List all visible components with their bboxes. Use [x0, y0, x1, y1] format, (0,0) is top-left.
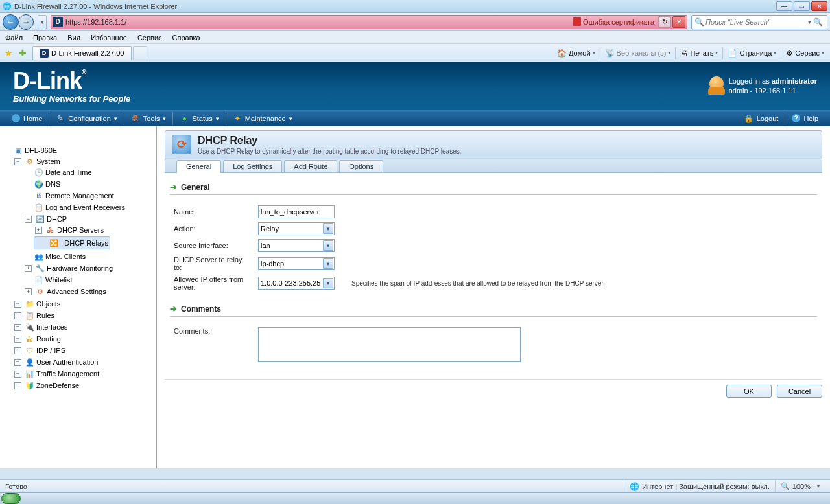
tree-objects[interactable]: +📁Objects — [13, 299, 156, 309]
search-go-icon[interactable]: 🔍 — [813, 17, 822, 27]
interfaces-icon: 🔌 — [25, 323, 34, 332]
tree-root[interactable]: ▣DFL-860E — [3, 145, 156, 155]
collapse-icon[interactable]: − — [14, 158, 21, 165]
ie-feeds-button[interactable]: 📡Веб-каналы (J)▾ — [602, 46, 674, 60]
menu-home[interactable]: Home — [5, 111, 49, 126]
tree-dns[interactable]: 🌍DNS — [23, 179, 156, 189]
tab-log-settings[interactable]: Log Settings — [223, 160, 282, 172]
menu-favorites[interactable]: Избранное — [91, 34, 127, 41]
ie-page-button[interactable]: 📄Страница▾ — [724, 46, 779, 60]
tree-idp[interactable]: +🛡IDP / IPS — [13, 345, 156, 356]
textarea-comments[interactable] — [258, 327, 521, 362]
forward-button[interactable]: → — [18, 14, 34, 30]
expand-icon[interactable]: + — [14, 324, 21, 331]
tree-dhcp-servers[interactable]: +🖧DHCP Servers — [34, 225, 156, 235]
maximize-button[interactable]: ▭ — [794, 1, 810, 11]
browser-tab[interactable]: D D-Link Firewall 2.27.00 — [32, 46, 132, 60]
tree-remote-mgmt[interactable]: 🖥Remote Management — [23, 190, 156, 201]
recent-pages-dropdown[interactable]: ▾ — [38, 15, 47, 29]
tree-zonedefense[interactable]: +🔰ZoneDefense — [13, 380, 156, 391]
server-icon: 🖧 — [45, 225, 55, 235]
expand-icon[interactable]: + — [14, 382, 21, 389]
expand-icon[interactable]: + — [14, 359, 21, 366]
tree-traffic-mgmt[interactable]: +📊Traffic Management — [13, 369, 156, 379]
add-favorite-icon[interactable]: ✚ — [17, 47, 29, 59]
ok-button[interactable]: OK — [726, 385, 772, 398]
sidebar: ▣DFL-860E −⚙System 🕒Date and Time 🌍DNS 🖥… — [0, 126, 157, 468]
close-button[interactable]: ✕ — [811, 1, 827, 11]
expand-icon[interactable]: + — [25, 288, 32, 295]
tree-dhcp-relays[interactable]: 🔀DHCP Relays — [34, 236, 110, 249]
page-header: DHCP Relay Use a DHCP Relay to dynamical… — [165, 130, 822, 159]
certificate-error[interactable]: Ошибка сертификата — [569, 17, 658, 26]
dhcp-icon: 🔄 — [35, 214, 45, 223]
tree-rules[interactable]: +📋Rules — [13, 310, 156, 321]
tab-general[interactable]: General — [176, 160, 221, 173]
select-source-interface[interactable]: lan▼ — [258, 239, 335, 252]
tree-interfaces[interactable]: +🔌Interfaces — [13, 322, 156, 332]
routing-icon: 🛣 — [25, 334, 34, 343]
ie-print-button[interactable]: 🖨Печать▾ — [677, 46, 721, 60]
globe-icon: 🌍 — [34, 179, 43, 189]
tab-add-route[interactable]: Add Route — [284, 160, 337, 172]
page-description: Use a DHCP Relay to dynamically alter th… — [198, 148, 815, 155]
tree-routing[interactable]: +🛣Routing — [13, 334, 156, 344]
ie-tools-button[interactable]: ⚙Сервис▾ — [783, 46, 827, 60]
section-comments: ➔Comments Comments: — [165, 304, 822, 367]
menu-view[interactable]: Вид — [67, 34, 80, 41]
refresh-button[interactable]: ↻ — [658, 16, 671, 28]
expand-icon[interactable]: + — [14, 312, 21, 319]
tree-advanced[interactable]: +⚙Advanced Settings — [23, 286, 156, 297]
menu-tools[interactable]: 🛠Tools▾ — [124, 111, 173, 126]
tree-dhcp[interactable]: −🔄DHCP — [23, 214, 156, 224]
select-allowed-ip[interactable]: 1.0.0.0-223.255.25▼ — [258, 277, 335, 290]
search-bar[interactable]: 🔍 ▾ 🔍 — [691, 15, 827, 29]
select-action[interactable]: Relay▼ — [258, 222, 335, 235]
tree-misc-clients[interactable]: 👥Misc. Clients — [23, 251, 156, 262]
menu-edit[interactable]: Правка — [33, 34, 57, 41]
minimize-button[interactable]: — — [776, 1, 792, 11]
printer-icon: 🖨 — [680, 49, 688, 58]
cancel-button[interactable]: Cancel — [777, 385, 822, 398]
menu-help[interactable]: Справка — [172, 34, 200, 41]
collapse-icon[interactable]: − — [25, 216, 32, 223]
menu-configuration[interactable]: ✎Configuration▾ — [49, 111, 123, 126]
status-zone: 🌐Интернет | Защищенный режим: выкл. — [624, 480, 775, 492]
gear-icon: ⚙ — [786, 49, 793, 58]
status-zoom[interactable]: 🔍100%▾ — [775, 480, 825, 492]
dlink-header: D-Link® Building Networks for People Log… — [0, 62, 830, 110]
tree-whitelist[interactable]: 📄Whitelist — [23, 275, 156, 285]
select-dhcp-server[interactable]: ip-dhcp▼ — [258, 257, 335, 270]
help-allowed-ip: Specifies the span of IP addresses that … — [338, 275, 609, 291]
search-dropdown[interactable]: ▾ — [806, 19, 813, 25]
menu-tools[interactable]: Сервис — [137, 34, 162, 41]
ie-home-button[interactable]: 🏠Домой▾ — [554, 46, 599, 60]
search-input[interactable] — [706, 18, 806, 26]
expand-icon[interactable]: + — [14, 347, 21, 354]
favorites-star-icon[interactable]: ★ — [3, 47, 14, 59]
menu-help[interactable]: ?Help — [785, 111, 825, 126]
address-bar[interactable]: D https://192.168.1.1/ Ошибка сертификат… — [51, 15, 687, 29]
chevron-down-icon: ▼ — [323, 240, 333, 251]
tree-date-time[interactable]: 🕒Date and Time — [23, 167, 156, 178]
tree-hardware-monitoring[interactable]: +🔧Hardware Monitoring — [23, 263, 156, 273]
stop-button[interactable]: ✕ — [672, 16, 685, 28]
new-tab-button[interactable] — [133, 46, 147, 60]
tab-options[interactable]: Options — [339, 160, 383, 172]
input-name[interactable] — [258, 205, 335, 218]
expand-icon[interactable]: + — [14, 371, 21, 378]
menu-status[interactable]: ●Status▾ — [173, 111, 225, 126]
menu-file[interactable]: Файл — [5, 34, 23, 41]
back-button[interactable]: ← — [3, 14, 18, 30]
menu-logout[interactable]: 🔒Logout — [738, 111, 785, 126]
tree-user-auth[interactable]: +👤User Authentication — [13, 357, 156, 367]
expand-icon[interactable]: + — [14, 301, 21, 308]
label-allowed-ip: Allowed IP offers from server: — [170, 275, 254, 291]
menu-maintenance[interactable]: ✦Maintenance▾ — [226, 111, 299, 126]
tree-system[interactable]: −⚙System — [13, 156, 156, 166]
expand-icon[interactable]: + — [35, 227, 42, 234]
expand-icon[interactable]: + — [25, 265, 32, 272]
tree-log-receivers[interactable]: 📋Log and Event Receivers — [23, 202, 156, 212]
start-button[interactable] — [1, 493, 21, 504]
expand-icon[interactable]: + — [14, 336, 21, 343]
